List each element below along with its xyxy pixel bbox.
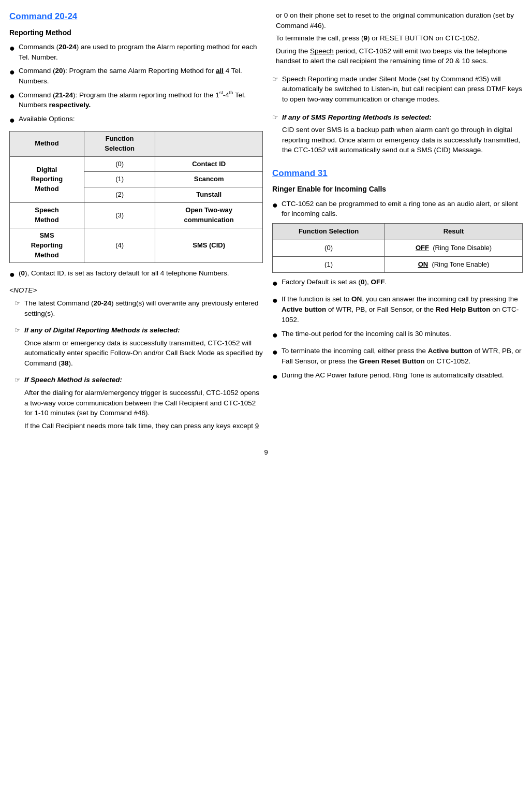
cmd31-main-bullets: ● CTC-1052 can be programmed to emit a r… [272,199,523,219]
function-table: Function Selection Result (0) OFF (Ring … [272,223,523,273]
reporting-method-title: Reporting Method [9,27,263,38]
note-1-content: The latest Command (20-24) setting(s) wi… [24,298,263,321]
cmd31-extra-icon-2: ● [272,294,278,307]
bullet-icon-4: ● [9,113,15,127]
cell-open-two-way: Open Two-waycommunication [155,203,263,228]
func-cell-0: (0) [273,240,385,256]
cmd31-extra-bullet-1: ● Factory Default is set as (0), OFF. [272,277,523,290]
cell-contact-id: Contact ID [155,156,263,172]
note-3: ☞ If Speech Method is selected: After th… [9,375,263,433]
cmd31-extra-text-2: If the function is set to ON, you can an… [282,294,523,325]
cmd-title: Command 20-24 [9,10,263,23]
bullet-1-text: Commands (20-24) are used to program the… [19,42,263,62]
left-column: Command 20-24 Reporting Method ● Command… [9,10,263,437]
col-result [155,131,263,156]
right-note-icon-1: ☞ [272,75,278,84]
cmd31-extra-text-1: Factory Default is set as (0), OFF. [282,277,523,287]
bullet-2: ● Command (20): Program the same Alarm R… [9,66,263,86]
page-container: Command 20-24 Reporting Method ● Command… [0,10,532,437]
bullet-icon-fd: ● [9,268,15,281]
right-sms-title: If any of SMS Reporting Methods is selec… [282,112,523,123]
note-icon-2: ☞ [14,326,21,335]
func-cell-off: OFF (Ring Tone Disable) [385,240,523,256]
cmd31-extra-text-3: The time-out period for the incoming cal… [282,329,523,339]
cell-sms-cid: SMS (CID) [155,228,263,263]
cell-speech: SpeechMethod [10,203,84,228]
func-row-1: (1) ON (Ring Tone Enable) [273,256,523,273]
bullet-3-text: Command (21-24): Program the alarm repor… [19,90,263,110]
factory-default-item: ● (0), Contact ID, is set as factory def… [9,268,263,281]
bullet-4-text: Available Options: [19,114,263,124]
bullet-1: ● Commands (20-24) are used to program t… [9,42,263,62]
cmd31-extra-bullet-5: ● During the AC Power failure period, Ri… [272,370,523,383]
right-silent-content: Speech Reporting made under Silent Mode … [282,74,523,107]
cmd31-extra-text-4: To terminate the incoming call, either p… [282,346,523,366]
func-col-selection: Function Selection [273,223,385,240]
method-table: Method FunctionSelection DigitalReportin… [9,131,263,263]
cmd31-bullet-1: ● CTC-1052 can be programmed to emit a r… [272,199,523,219]
right-column: or 0 on their phone set to reset to the … [272,10,523,437]
right-speech-continuation: or 0 on their phone set to reset to the … [272,10,523,69]
note-1-text: The latest Command (20-24) setting(s) wi… [24,298,263,318]
func-cell-1: (1) [273,256,385,273]
note-3-para2: If the Call Recipient needs more talk ti… [24,421,263,431]
note-2-text: Once alarm or emergency data is successf… [24,338,263,369]
table-row-digital-0: DigitalReportingMethod (0) Contact ID [10,156,263,172]
note-2: ☞ If any of Digital Reporting Methods is… [9,325,263,371]
table-row-speech: SpeechMethod (3) Open Two-waycommunicati… [10,203,263,228]
cmd31-extra-bullet-2: ● If the function is set to ON, you can … [272,294,523,325]
note-2-title: If any of Digital Reporting Methods is s… [24,325,263,335]
note-2-content: If any of Digital Reporting Methods is s… [24,325,263,371]
cmd31-extra-icon-1: ● [272,276,278,290]
note-3-para1: After the dialing for alarm/emergency tr… [24,388,263,418]
right-speech-p3: During the Speech period, CTC-1052 will … [276,46,523,66]
func-row-0: (0) OFF (Ring Tone Disable) [273,240,523,256]
bullet-icon-1: ● [9,41,15,55]
note-1: ☞ The latest Command (20-24) setting(s) … [9,298,263,321]
cmd31-extra-bullet-3: ● The time-out period for the incoming c… [272,329,523,342]
cell-3: (3) [84,203,155,228]
factory-default-bullet: ● (0), Contact ID, is set as factory def… [9,268,263,281]
cmd31-extra-icon-3: ● [272,328,278,342]
right-sms-text: CID sent over SMS is a backup path when … [282,125,523,155]
cell-1: (1) [84,172,155,187]
bullet-3: ● Command (21-24): Program the alarm rep… [9,90,263,110]
col-function: FunctionSelection [84,131,155,156]
right-sms-content: If any of SMS Reporting Methods is selec… [282,112,523,158]
right-speech-cont-content: or 0 on their phone set to reset to the … [276,10,523,69]
cmd31-extra-bullet-4: ● To terminate the incoming call, either… [272,346,523,366]
cell-digital: DigitalReportingMethod [10,156,84,203]
right-speech-p1: or 0 on their phone set to reset to the … [276,10,523,31]
table-row-sms: SMSReportingMethod (4) SMS (CID) [10,228,263,263]
right-silent-text: Speech Reporting made under Silent Mode … [282,74,523,105]
cell-scancom: Scancom [155,172,263,187]
cmd31-extra-bullets: ● Factory Default is set as (0), OFF. ● … [272,277,523,383]
cmd31-title: Command 31 [272,167,523,180]
note-icon-1: ☞ [14,299,21,309]
bullet-icon-3: ● [9,89,15,103]
func-col-result: Result [385,223,523,240]
bullet-icon-2: ● [9,65,15,79]
factory-default-text: (0), Contact ID, is set as factory defau… [19,268,263,279]
main-bullets: ● Commands (20-24) are used to program t… [9,42,263,127]
note-3-title: If Speech Method is selected: [24,375,263,385]
note-3-content: If Speech Method is selected: After the … [24,375,263,433]
page-number: 9 [0,448,532,458]
func-table-header: Function Selection Result [273,223,523,240]
col-method: Method [10,131,84,156]
table-header-row: Method FunctionSelection [10,131,263,156]
cell-0: (0) [84,156,155,172]
right-sms-note: ☞ If any of SMS Reporting Methods is sel… [272,112,523,158]
cell-4: (4) [84,228,155,263]
note-icon-3: ☞ [14,375,21,385]
right-silent-note: ☞ Speech Reporting made under Silent Mod… [272,74,523,107]
cell-sms: SMSReportingMethod [10,228,84,263]
note-title: <NOTE> [9,285,263,296]
cell-tunstall: Tunstall [155,187,263,203]
cmd31-section-title: Ringer Enable for Incoming Calls [272,184,523,194]
cmd31-extra-icon-5: ● [272,370,278,383]
bullet-2-text: Command (20): Program the same Alarm Rep… [19,66,263,86]
cmd31-bullet-1-text: CTC-1052 can be programmed to emit a rin… [282,199,523,219]
cmd31-extra-text-5: During the AC Power failure period, Ring… [282,370,523,381]
func-cell-on: ON (Ring Tone Enable) [385,256,523,273]
